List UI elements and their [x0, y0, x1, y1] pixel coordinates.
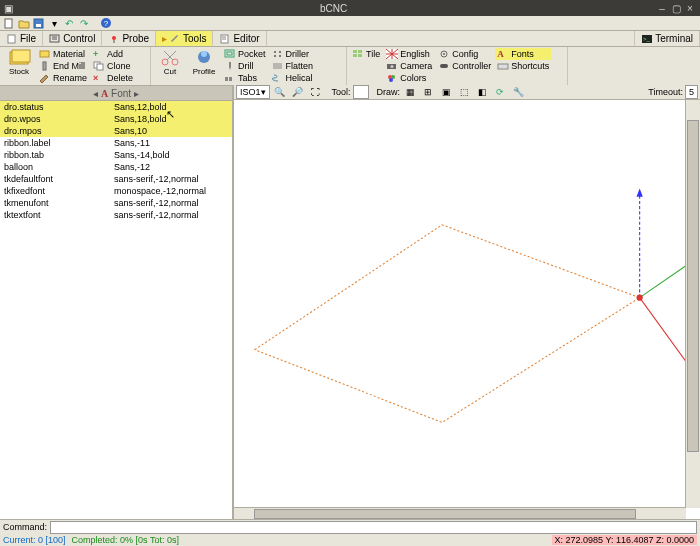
qa-undo-icon[interactable]: ↶	[62, 17, 76, 29]
font-value: Sans,18,bold	[114, 114, 232, 124]
font-row[interactable]: tktextfontsans-serif,-12,normal	[0, 209, 232, 221]
font-key: dro.mpos	[0, 126, 114, 136]
font-row[interactable]: ribbon.tabSans,-14,bold	[0, 149, 232, 161]
canvas[interactable]	[234, 100, 700, 520]
draw-rapid-icon[interactable]: ▣	[438, 85, 454, 99]
command-bar: Command:	[0, 519, 700, 534]
material-button[interactable]: Material	[37, 48, 89, 60]
svg-point-32	[274, 55, 276, 57]
tool-field[interactable]	[353, 85, 369, 99]
endmill-button[interactable]: End Mill	[37, 60, 89, 72]
helical-button[interactable]: Helical	[270, 72, 316, 84]
rename-label: Rename	[53, 73, 87, 83]
font-row[interactable]: tkfixedfontmonospace,-12,normal	[0, 185, 232, 197]
quick-access-bar: ▾ ↶ ↷ ?	[0, 16, 700, 31]
font-icon: A	[101, 88, 108, 99]
controller-button[interactable]: Controller	[436, 60, 493, 72]
tabs-button[interactable]: Tabs	[222, 72, 268, 84]
qa-help-icon[interactable]: ?	[99, 17, 113, 29]
status-completed: Completed: 0% [0s Tot: 0s]	[72, 535, 179, 545]
config-button[interactable]: Config	[436, 48, 493, 60]
window-title: bCNC	[13, 3, 654, 14]
chevron-down-icon: ▾	[261, 87, 266, 97]
tab-terminal[interactable]: >_Terminal	[634, 31, 700, 46]
english-button[interactable]: English	[384, 48, 434, 60]
view-combo[interactable]: ISO1 ▾	[236, 85, 270, 99]
delete-button[interactable]: ×Delete	[91, 72, 135, 84]
svg-point-31	[279, 51, 281, 53]
tab-control[interactable]: Control	[43, 31, 102, 46]
add-button[interactable]: +Add	[91, 48, 135, 60]
tab-file[interactable]: File	[0, 31, 43, 46]
profile-button[interactable]: Profile	[188, 48, 220, 76]
font-row[interactable]: dro.statusSans,12,bold	[0, 101, 232, 113]
draw-label: Draw:	[377, 87, 401, 97]
font-row[interactable]: ribbon.labelSans,-11	[0, 137, 232, 149]
qa-new-icon[interactable]	[2, 17, 16, 29]
svg-rect-36	[353, 54, 357, 57]
qa-open-icon[interactable]	[17, 17, 31, 29]
probe-icon	[108, 34, 120, 44]
timeout-field[interactable]: 5	[685, 85, 698, 99]
delete-label: Delete	[107, 73, 133, 83]
drill-icon	[224, 61, 236, 71]
status-coords: X: 272.0985 Y: 116.4087 Z: 0.0000	[552, 535, 697, 545]
canvas-toolbar: ISO1 ▾ 🔍 🔎 ⛶ Tool: Draw: ▦ ⊞ ▣ ⬚ ◧ ⟳ 🔧 T…	[234, 85, 700, 100]
tab-probe[interactable]: Probe	[102, 31, 156, 46]
clone-button[interactable]: Clone	[91, 60, 135, 72]
flatten-button[interactable]: Flatten	[270, 60, 316, 72]
stock-button[interactable]: Stock	[3, 48, 35, 76]
zoom-fit-icon[interactable]: ⛶	[308, 85, 324, 99]
tab-control-label: Control	[63, 33, 95, 44]
draw-wrench-icon[interactable]: 🔧	[510, 85, 526, 99]
drill-button[interactable]: Drill	[222, 60, 268, 72]
cut-button[interactable]: Cut	[154, 48, 186, 76]
font-row[interactable]: balloonSans,-12	[0, 161, 232, 173]
font-row[interactable]: dro.mposSans,10	[0, 125, 232, 137]
tile-button[interactable]: Tile	[350, 48, 382, 60]
qa-save-icon[interactable]	[32, 17, 46, 29]
font-key: tkfixedfont	[0, 186, 114, 196]
font-row[interactable]: tkmenufontsans-serif,-12,normal	[0, 197, 232, 209]
panel-prev-button[interactable]: ◂	[93, 88, 98, 99]
qa-redo-icon[interactable]: ↷	[77, 17, 91, 29]
shortcuts-button[interactable]: Shortcuts	[495, 60, 551, 72]
camera-button[interactable]: Camera	[384, 60, 434, 72]
colors-icon	[386, 73, 398, 83]
minimize-button[interactable]: –	[656, 2, 668, 14]
tab-editor[interactable]: Editor	[213, 31, 266, 46]
zoom-out-icon[interactable]: 🔎	[290, 85, 306, 99]
font-value: Sans,-12	[114, 162, 232, 172]
panel-next-button[interactable]: ▸	[134, 88, 139, 99]
config-label: Config	[452, 49, 478, 59]
ribbon-group-database: Stock Material End Mill Rename +Add Clon…	[0, 47, 151, 87]
qa-dropdown-icon[interactable]: ▾	[47, 17, 61, 29]
tab-file-label: File	[20, 33, 36, 44]
tab-tools[interactable]: ▸Tools	[156, 31, 213, 46]
draw-axes-icon[interactable]: ⊞	[420, 85, 436, 99]
zoom-in-icon[interactable]: 🔍	[272, 85, 288, 99]
pocket-button[interactable]: Pocket	[222, 48, 268, 60]
gear-icon	[438, 49, 450, 59]
draw-path-icon[interactable]: ⬚	[456, 85, 472, 99]
close-button[interactable]: ×	[684, 2, 696, 14]
fonts-button[interactable]: AFonts	[495, 48, 551, 60]
driller-button[interactable]: Driller	[270, 48, 316, 60]
maximize-button[interactable]: ▢	[670, 2, 682, 14]
draw-grid-icon[interactable]: ▦	[402, 85, 418, 99]
svg-rect-17	[43, 62, 46, 70]
rename-button[interactable]: Rename	[37, 72, 89, 84]
vertical-scrollbar[interactable]	[685, 100, 700, 508]
font-row[interactable]: dro.wposSans,18,bold	[0, 113, 232, 125]
colors-button[interactable]: Colors	[384, 72, 434, 84]
font-row[interactable]: tkdefaultfontsans-serif,-12,normal	[0, 173, 232, 185]
tool-label: Tool:	[332, 87, 351, 97]
draw-fill-icon[interactable]: ◧	[474, 85, 490, 99]
status-bar: Current: 0 [100] Completed: 0% [0s Tot: …	[0, 534, 700, 546]
panel-title: Font	[111, 88, 131, 99]
font-value: sans-serif,-12,normal	[114, 174, 232, 184]
command-input[interactable]	[50, 521, 697, 534]
pocket-label: Pocket	[238, 49, 266, 59]
tab-probe-label: Probe	[122, 33, 149, 44]
draw-refresh-icon[interactable]: ⟳	[492, 85, 508, 99]
